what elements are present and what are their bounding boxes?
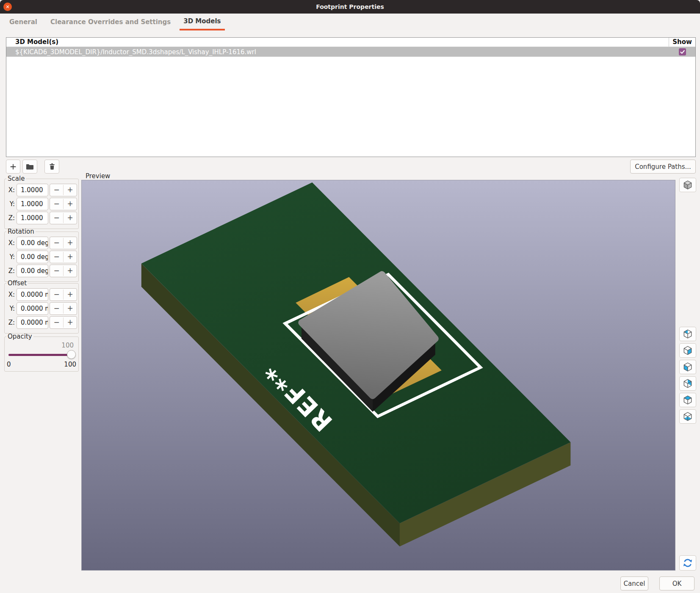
model-table-header: 3D Model(s) Show [6,38,695,47]
offset-z-input[interactable]: 0.0000 mm [17,316,48,329]
scale-z-input[interactable]: 1.0000 [17,212,48,224]
scale-y-stepper: −+ [50,198,77,210]
tab-bar: General Clearance Overrides and Settings… [0,14,700,30]
rotation-z-input[interactable]: 0.00 deg [17,265,48,277]
cube-face-bottom-icon [682,411,693,422]
cancel-button[interactable]: Cancel [620,576,648,590]
decrement-button[interactable]: − [50,303,63,314]
show-cell [669,48,695,55]
view-back-right-button[interactable] [679,376,696,391]
add-model-button[interactable] [6,160,20,174]
opacity-group: Opacity 100 0 100 [4,333,79,372]
tab-general[interactable]: General [9,14,37,30]
decrement-button[interactable]: − [50,198,63,210]
opacity-legend: Opacity [6,333,33,340]
increment-button[interactable]: + [64,265,77,277]
preview-label: Preview [86,172,110,180]
close-button[interactable]: ✕ [3,3,12,11]
increment-button[interactable]: + [64,212,77,224]
decrement-button[interactable]: − [50,251,63,263]
view-right-button[interactable] [679,343,696,358]
offset-y-input[interactable]: 0.0000 mm [17,302,48,315]
titlebar: ✕ Footprint Properties [0,0,700,14]
opacity-max-label: 100 [64,361,76,368]
rotation-group: Rotation X: 0.00 deg −+ Y: 0.00 deg −+ Z… [4,228,79,282]
cube-face-left-icon [682,361,693,372]
browse-model-button[interactable] [22,160,37,174]
scale-y-input[interactable]: 1.0000 [17,198,48,210]
column-header-3d-models: 3D Model(s) [6,38,669,47]
window-title: Footprint Properties [0,3,700,10]
rotation-x-input[interactable]: 0.00 deg [17,237,48,249]
decrement-button[interactable]: − [50,265,63,277]
view-left-button[interactable] [679,360,696,374]
close-icon: ✕ [6,4,9,10]
view-top-button[interactable] [679,393,696,407]
trash-icon [49,163,55,170]
plus-icon [9,163,17,171]
decrement-button[interactable]: − [50,212,63,224]
rotation-z-stepper: −+ [50,265,77,277]
slider-track [8,354,75,356]
offset-y-stepper: −+ [50,302,77,315]
rotation-x-label: X: [6,239,15,247]
rotation-z-label: Z: [6,267,15,275]
column-header-show: Show [669,38,695,47]
model-path-cell: ${KICAD6_3DMODEL_DIR}/Inductor_SMD.3dsha… [6,48,669,56]
offset-x-stepper: −+ [50,288,77,301]
scale-group: Scale X: 1.0000 −+ Y: 1.0000 −+ Z: 1.000… [4,175,79,229]
decrement-button[interactable]: − [50,289,63,301]
cube-gray-icon [682,179,693,190]
scale-y-label: Y: [6,200,15,208]
folder-icon [26,163,34,170]
cube-face-back-right-icon [682,378,693,389]
configure-paths-button[interactable]: Configure Paths... [630,160,696,174]
checkmark-icon [679,49,686,55]
increment-button[interactable]: + [64,184,77,196]
offset-x-input[interactable]: 0.0000 mm [17,288,48,301]
offset-z-stepper: −+ [50,316,77,329]
increment-button[interactable]: + [64,198,77,210]
increment-button[interactable]: + [64,289,77,301]
preview-canvas[interactable]: REF** [81,180,675,571]
model-table: 3D Model(s) Show ${KICAD6_3DMODEL_DIR}/I… [6,37,696,157]
scale-x-input[interactable]: 1.0000 [17,184,48,196]
scale-z-stepper: −+ [50,212,77,224]
tab-clearance-overrides[interactable]: Clearance Overrides and Settings [50,14,171,30]
rotation-y-label: Y: [6,253,15,261]
table-row[interactable]: ${KICAD6_3DMODEL_DIR}/Inductor_SMD.3dsha… [6,47,695,57]
ok-button[interactable]: OK [659,576,694,590]
view-back-left-button[interactable] [679,327,696,341]
increment-button[interactable]: + [64,317,77,328]
offset-group: Offset X: 0.0000 mm −+ Y: 0.0000 mm −+ Z… [4,279,79,334]
decrement-button[interactable]: − [50,237,63,249]
increment-button[interactable]: + [64,237,77,249]
scale-legend: Scale [6,175,26,182]
tab-3d-models[interactable]: 3D Models [180,14,224,30]
reload-model-button[interactable] [679,555,696,571]
scale-x-label: X: [6,186,15,194]
opacity-range-labels: 0 100 [6,359,77,368]
rotation-legend: Rotation [6,228,36,235]
refresh-icon [682,557,693,568]
increment-button[interactable]: + [64,303,77,314]
opacity-slider[interactable] [8,350,75,359]
scale-z-label: Z: [6,214,15,222]
cube-face-top-icon [682,394,693,405]
decrement-button[interactable]: − [50,317,63,328]
increment-button[interactable]: + [64,251,77,263]
orient-default-button[interactable] [679,178,696,192]
delete-model-button[interactable] [44,160,59,174]
opacity-current-value: 100 [6,341,77,349]
show-checkbox[interactable] [679,48,686,55]
offset-x-label: X: [6,291,15,298]
cube-face-right-icon [682,345,693,356]
decrement-button[interactable]: − [50,184,63,196]
rotation-y-input[interactable]: 0.00 deg [17,251,48,263]
view-bottom-button[interactable] [679,409,696,424]
offset-legend: Offset [6,279,28,287]
slider-handle[interactable] [67,350,76,359]
3d-scene: REF** [82,180,675,570]
offset-z-label: Z: [6,319,15,326]
rotation-x-stepper: −+ [50,237,77,249]
